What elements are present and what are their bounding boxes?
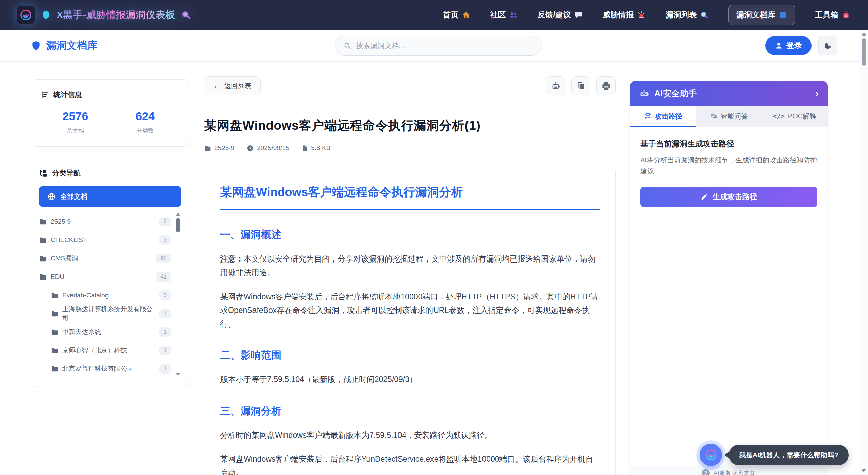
tab-smart-qa[interactable]: 智能问答 [696, 106, 761, 127]
pencil-icon [701, 193, 708, 201]
route-icon [644, 112, 652, 120]
paragraph-analysis-1: 分析时的某网盘Windows客户端最新版本为7.59.5.104，安装路径为默认… [220, 428, 600, 442]
section-overview: 一、漏洞概述 [220, 228, 600, 242]
chatbot-tooltip[interactable]: 我是AI机器人，需要什么帮助吗? [729, 445, 849, 465]
category-item[interactable]: 2525-9 2 [39, 212, 171, 231]
generate-label: 生成攻击路径 [713, 192, 757, 202]
stats-card: 统计信息 2576 总文档 624 分类数 [31, 79, 190, 147]
category-item[interactable]: Everlab-Catalog 3 [39, 286, 171, 304]
category-label: EDU [51, 273, 64, 281]
tab-label: 攻击路径 [655, 112, 682, 121]
page-title-block: 漏洞文档库 [31, 38, 97, 52]
stats-card-header: 统计信息 [40, 90, 180, 99]
moon-icon [823, 41, 832, 50]
category-item[interactable]: 上海鹏达计算机系统开发有限公司 1 [39, 304, 171, 323]
login-button[interactable]: 登录 [765, 36, 812, 55]
question-icon: ? [702, 469, 710, 475]
ai-tab-content: 基于当前漏洞生成攻击路径 AI将分析当前漏洞的技术细节，生成详细的攻击路径和防护… [630, 127, 828, 219]
speech-icon [574, 11, 583, 19]
tab-attack-path[interactable]: 攻击路径 [630, 106, 696, 127]
search-input[interactable] [356, 42, 534, 50]
chevron-right-icon[interactable]: › [815, 88, 819, 98]
nav-item-home[interactable]: 首页 [443, 10, 471, 20]
copy-button[interactable] [571, 76, 590, 95]
brand[interactable]: X黑手-威胁情报漏洞仪表板 [16, 5, 191, 25]
mask-logo-icon [704, 448, 718, 462]
scroll-down-arrow[interactable] [861, 469, 866, 472]
print-button[interactable] [596, 76, 616, 95]
search-box [335, 36, 542, 56]
house-icon [462, 11, 471, 19]
copy-icon [576, 81, 585, 90]
category-list: 2525-9 2 CHECKLIST 3 CMS漏洞 65 EDU 41 [39, 212, 181, 378]
note-label: 注意： [220, 254, 244, 263]
backpack-icon [841, 11, 850, 19]
mask-logo-icon [19, 9, 32, 21]
nav-item-threat-intel[interactable]: 威胁情报 [603, 10, 646, 20]
category-label: Everlab-Catalog [62, 291, 109, 299]
stats-title: 统计信息 [53, 90, 82, 99]
tab-poc-explain[interactable]: </> POC解释 [762, 106, 828, 127]
chat-widget: 我是AI机器人，需要什么帮助吗? [700, 444, 849, 466]
nav-item-community[interactable]: 社区 [490, 10, 518, 20]
category-item[interactable]: 北京易普行科技有限公司 1 [39, 360, 171, 378]
category-label: 北京易普行科技有限公司 [62, 364, 133, 373]
category-scrollbar[interactable] [175, 212, 181, 376]
stat-total-docs: 2576 总文档 [40, 110, 110, 135]
scroll-up-arrow[interactable] [862, 32, 866, 36]
ai-panel-title: AI安全助手 [654, 88, 697, 99]
dark-mode-toggle[interactable] [818, 36, 837, 55]
file-icon [301, 145, 308, 152]
paragraph-note: 注意：本文仅以安全研究为目的，分享对该漏洞的挖掘过程，文中涉及的所有漏洞均已报送… [220, 252, 600, 280]
category-all-docs[interactable]: 全部文档 [39, 186, 181, 207]
ai-panel-column: AI安全助手 › 攻击路径 智能问答 [630, 81, 828, 475]
nav-item-toolbox[interactable]: 工具箱 [815, 10, 850, 20]
page-scrollbar[interactable] [859, 30, 868, 475]
book-icon [779, 11, 787, 19]
folder-icon [51, 365, 59, 373]
scroll-down-arrow[interactable] [176, 373, 180, 376]
category-title: 分类导航 [52, 168, 81, 178]
stats-grid: 2576 总文档 624 分类数 [40, 110, 180, 135]
category-item[interactable]: 中新天达系统 1 [39, 323, 171, 341]
stat-category-count: 624 分类数 [110, 110, 180, 135]
ai-tabs: 攻击路径 智能问答 </> POC解释 [630, 106, 828, 127]
category-item[interactable]: 京师心智（北京）科技 1 [39, 341, 171, 360]
ai-assistant-button[interactable] [546, 76, 565, 95]
chat-bubbles-icon [710, 112, 717, 120]
back-to-list-button[interactable]: ← 返回列表 [204, 76, 261, 95]
category-count-badge: 3 [159, 235, 171, 245]
nav-item-label: 首页 [443, 10, 459, 20]
nav-item-feedback[interactable]: 反馈/建议 [538, 10, 583, 20]
shield-icon [31, 40, 42, 51]
category-item[interactable]: CHECKLIST 3 [39, 231, 171, 249]
nav-item-vuln-docs[interactable]: 漏洞文档库 [728, 5, 795, 25]
scroll-up-arrow[interactable] [176, 212, 180, 216]
folder-icon [39, 255, 47, 263]
category-count-badge: 1 [159, 327, 171, 337]
category-label: 上海鹏达计算机系统开发有限公司 [62, 305, 155, 322]
nav-item-vuln-list[interactable]: 漏洞列表 [666, 10, 709, 20]
page-title: 漏洞文档库 [46, 38, 97, 52]
search-icon [344, 42, 351, 50]
clock-icon [247, 145, 254, 152]
category-item[interactable]: EDU 41 [39, 268, 171, 286]
folder-icon [51, 291, 59, 299]
article-heading: 某网盘Windows客户端远程命令执行漏洞分析 [220, 184, 600, 210]
category-label: CMS漏洞 [51, 254, 78, 263]
category-item[interactable]: CMS漏洞 65 [39, 249, 171, 268]
nav-menu: 首页 社区 反馈/建议 威胁情报 漏洞列表 漏洞文档库 工具箱 [443, 5, 850, 25]
tab-label: POC解释 [788, 112, 816, 121]
doc-actions [546, 76, 616, 95]
scrollbar-thumb[interactable] [176, 218, 180, 232]
chatbot-avatar[interactable] [700, 444, 722, 466]
generate-attack-path-button[interactable]: 生成攻击路径 [640, 187, 817, 207]
section-scope: 二、影响范围 [220, 348, 600, 362]
tab-label: 智能问答 [721, 112, 748, 121]
scrollbar-thumb[interactable] [862, 38, 866, 66]
stat-label: 分类数 [110, 127, 180, 135]
nav-item-label: 漏洞文档库 [736, 10, 775, 20]
siren-icon [637, 11, 646, 19]
ai-status-text: AI服务状态未知 [713, 469, 756, 475]
ai-content-description: AI将分析当前漏洞的技术细节，生成详细的攻击路径和防护建议。 [640, 155, 817, 176]
